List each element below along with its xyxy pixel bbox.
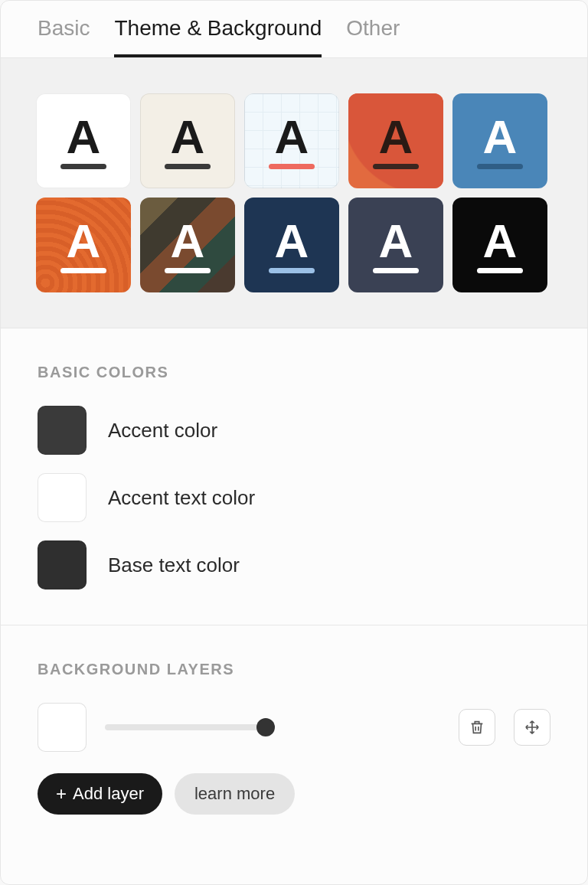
tab-bar: Basic Theme & Background Other: [1, 1, 587, 58]
move-layer-button[interactable]: [514, 709, 550, 746]
tab-theme-background[interactable]: Theme & Background: [114, 16, 322, 57]
theme-underline: [477, 268, 523, 273]
color-chip-2[interactable]: [38, 540, 87, 589]
theme-swatch-7[interactable]: A: [244, 198, 339, 292]
theme-glyph: A: [483, 217, 518, 265]
color-row: Base text color: [38, 540, 550, 589]
theme-underline: [60, 268, 106, 273]
theme-underline: [165, 164, 211, 169]
theme-swatch-0[interactable]: A: [36, 93, 131, 188]
layer-actions: + Add layer learn more: [38, 773, 550, 815]
section-title-basic-colors: BASIC COLORS: [38, 364, 550, 381]
move-icon: [524, 719, 541, 736]
theme-grid: AAAAAAAAAA: [36, 93, 552, 292]
color-label: Base text color: [108, 554, 240, 577]
theme-underline: [60, 164, 106, 169]
layer-opacity-slider[interactable]: [105, 724, 440, 730]
theme-picker-section: AAAAAAAAAA: [1, 58, 587, 328]
theme-glyph: A: [67, 217, 101, 265]
learn-more-button[interactable]: learn more: [175, 773, 295, 815]
theme-underline: [165, 268, 211, 273]
theme-underline: [477, 164, 523, 169]
background-layers-section: BACKGROUND LAYERS + Add layer learn more: [1, 625, 587, 850]
add-layer-label: Add layer: [73, 784, 144, 804]
add-layer-button[interactable]: + Add layer: [38, 773, 162, 815]
theme-underline: [269, 268, 315, 273]
color-chip-1[interactable]: [38, 473, 87, 522]
basic-colors-section: BASIC COLORS Accent colorAccent text col…: [1, 328, 587, 625]
theme-swatch-1[interactable]: A: [140, 93, 235, 188]
color-chip-0[interactable]: [38, 406, 87, 455]
section-title-background-layers: BACKGROUND LAYERS: [38, 661, 550, 678]
theme-underline: [373, 268, 419, 273]
settings-panel: Basic Theme & Background Other AAAAAAAAA…: [0, 0, 588, 885]
theme-glyph: A: [171, 217, 205, 265]
delete-layer-button[interactable]: [459, 709, 495, 746]
theme-swatch-8[interactable]: A: [348, 198, 443, 292]
theme-swatch-2[interactable]: A: [244, 93, 339, 188]
theme-glyph: A: [275, 217, 309, 265]
theme-swatch-4[interactable]: A: [452, 93, 547, 188]
theme-underline: [373, 164, 419, 169]
tab-basic[interactable]: Basic: [38, 16, 90, 57]
layer-color-chip[interactable]: [38, 703, 87, 752]
theme-underline: [269, 164, 315, 169]
layer-row: [38, 703, 550, 752]
color-label: Accent text color: [108, 486, 255, 510]
color-row: Accent text color: [38, 473, 550, 522]
theme-swatch-3[interactable]: A: [348, 93, 443, 188]
tab-other[interactable]: Other: [346, 16, 400, 57]
trash-icon: [469, 719, 485, 736]
theme-glyph: A: [483, 113, 518, 161]
color-row: Accent color: [38, 406, 550, 455]
theme-glyph: A: [67, 113, 101, 161]
theme-glyph: A: [379, 113, 413, 161]
plus-icon: +: [56, 785, 67, 803]
theme-swatch-6[interactable]: A: [140, 198, 235, 292]
theme-swatch-9[interactable]: A: [452, 198, 547, 292]
theme-glyph: A: [171, 113, 205, 161]
theme-swatch-5[interactable]: A: [36, 198, 131, 292]
color-label: Accent color: [108, 419, 217, 442]
theme-glyph: A: [275, 113, 309, 161]
theme-glyph: A: [379, 217, 413, 265]
